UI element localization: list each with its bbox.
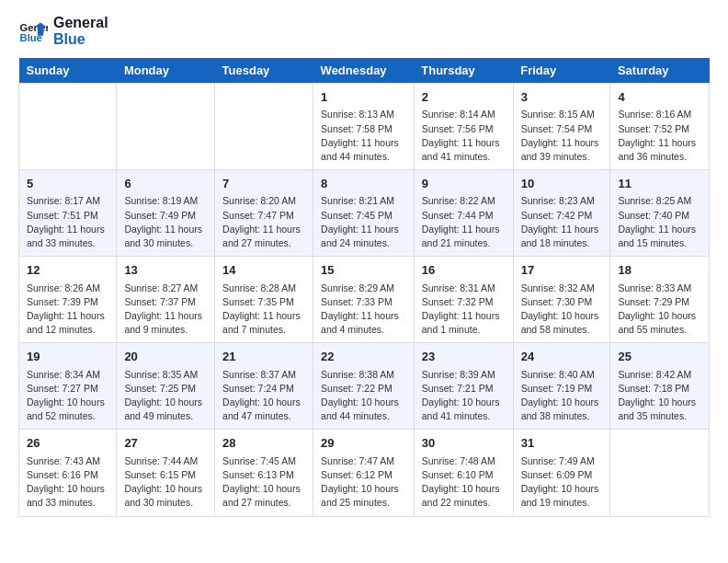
day-number: 23 xyxy=(422,349,506,365)
day-number: 17 xyxy=(521,262,603,279)
day-number: 27 xyxy=(124,435,207,452)
day-number: 26 xyxy=(27,435,108,452)
week-row-4: 26Sunrise: 7:43 AM Sunset: 6:16 PM Dayli… xyxy=(19,430,710,516)
logo-blue: Blue xyxy=(53,31,108,48)
calendar-cell: 6Sunrise: 8:19 AM Sunset: 7:49 PM Daylig… xyxy=(117,170,215,257)
calendar-cell: 24Sunrise: 8:40 AM Sunset: 7:19 PM Dayli… xyxy=(513,343,610,430)
day-info: Sunrise: 8:22 AM Sunset: 7:44 PM Dayligh… xyxy=(422,194,506,250)
day-info: Sunrise: 8:19 AM Sunset: 7:49 PM Dayligh… xyxy=(124,194,207,250)
day-number: 12 xyxy=(27,262,108,279)
calendar-cell: 26Sunrise: 7:43 AM Sunset: 6:16 PM Dayli… xyxy=(19,430,117,516)
calendar-cell: 31Sunrise: 7:49 AM Sunset: 6:09 PM Dayli… xyxy=(513,430,610,516)
calendar-cell: 11Sunrise: 8:25 AM Sunset: 7:40 PM Dayli… xyxy=(610,170,710,257)
day-info: Sunrise: 8:17 AM Sunset: 7:51 PM Dayligh… xyxy=(27,194,108,250)
calendar-cell: 1Sunrise: 8:13 AM Sunset: 7:58 PM Daylig… xyxy=(313,84,415,170)
day-number: 29 xyxy=(321,435,406,452)
calendar-cell: 22Sunrise: 8:38 AM Sunset: 7:22 PM Dayli… xyxy=(313,343,415,430)
day-info: Sunrise: 8:13 AM Sunset: 7:58 PM Dayligh… xyxy=(321,108,406,164)
calendar-cell: 3Sunrise: 8:15 AM Sunset: 7:54 PM Daylig… xyxy=(513,84,610,170)
day-number: 7 xyxy=(222,176,305,192)
day-info: Sunrise: 7:44 AM Sunset: 6:15 PM Dayligh… xyxy=(124,454,207,511)
calendar-cell: 23Sunrise: 8:39 AM Sunset: 7:21 PM Dayli… xyxy=(414,343,513,430)
day-number: 31 xyxy=(521,435,603,452)
col-header-saturday: Saturday xyxy=(610,58,710,84)
day-info: Sunrise: 8:15 AM Sunset: 7:54 PM Dayligh… xyxy=(521,108,603,164)
day-number: 8 xyxy=(321,176,406,192)
day-number: 11 xyxy=(618,176,701,192)
col-header-tuesday: Tuesday xyxy=(215,58,313,84)
day-info: Sunrise: 8:27 AM Sunset: 7:37 PM Dayligh… xyxy=(124,282,207,338)
day-info: Sunrise: 8:25 AM Sunset: 7:40 PM Dayligh… xyxy=(618,194,701,250)
day-number: 20 xyxy=(124,349,207,365)
col-header-monday: Monday xyxy=(117,58,215,84)
day-info: Sunrise: 7:47 AM Sunset: 6:12 PM Dayligh… xyxy=(321,454,406,511)
day-info: Sunrise: 8:37 AM Sunset: 7:24 PM Dayligh… xyxy=(222,368,305,424)
day-number: 15 xyxy=(321,262,406,279)
calendar-cell: 21Sunrise: 8:37 AM Sunset: 7:24 PM Dayli… xyxy=(215,343,313,430)
day-info: Sunrise: 8:42 AM Sunset: 7:18 PM Dayligh… xyxy=(618,368,701,424)
week-row-1: 5Sunrise: 8:17 AM Sunset: 7:51 PM Daylig… xyxy=(19,170,710,257)
day-info: Sunrise: 8:35 AM Sunset: 7:25 PM Dayligh… xyxy=(124,368,207,424)
day-info: Sunrise: 8:16 AM Sunset: 7:52 PM Dayligh… xyxy=(618,108,701,164)
calendar-cell: 7Sunrise: 8:20 AM Sunset: 7:47 PM Daylig… xyxy=(215,170,313,257)
day-number: 1 xyxy=(321,89,406,106)
calendar-cell: 25Sunrise: 8:42 AM Sunset: 7:18 PM Dayli… xyxy=(610,343,710,430)
day-info: Sunrise: 8:32 AM Sunset: 7:30 PM Dayligh… xyxy=(521,282,603,338)
calendar-cell: 8Sunrise: 8:21 AM Sunset: 7:45 PM Daylig… xyxy=(313,170,415,257)
day-info: Sunrise: 7:45 AM Sunset: 6:13 PM Dayligh… xyxy=(222,454,305,511)
calendar-cell: 18Sunrise: 8:33 AM Sunset: 7:29 PM Dayli… xyxy=(610,257,710,343)
day-number: 19 xyxy=(27,349,108,365)
day-info: Sunrise: 8:28 AM Sunset: 7:35 PM Dayligh… xyxy=(222,282,305,338)
day-number: 5 xyxy=(27,176,108,192)
week-row-2: 12Sunrise: 8:26 AM Sunset: 7:39 PM Dayli… xyxy=(19,257,710,343)
calendar-header-row: SundayMondayTuesdayWednesdayThursdayFrid… xyxy=(19,58,710,84)
col-header-sunday: Sunday xyxy=(19,58,117,84)
day-number: 28 xyxy=(222,435,305,452)
day-number: 22 xyxy=(321,349,406,365)
day-info: Sunrise: 8:40 AM Sunset: 7:19 PM Dayligh… xyxy=(521,368,603,424)
calendar-cell: 30Sunrise: 7:48 AM Sunset: 6:10 PM Dayli… xyxy=(414,430,513,516)
calendar-cell: 28Sunrise: 7:45 AM Sunset: 6:13 PM Dayli… xyxy=(215,430,313,516)
logo-general: General xyxy=(53,15,108,31)
day-info: Sunrise: 8:21 AM Sunset: 7:45 PM Dayligh… xyxy=(321,194,406,250)
day-number: 30 xyxy=(422,435,506,452)
col-header-friday: Friday xyxy=(513,58,610,84)
calendar-cell xyxy=(610,430,710,516)
calendar-cell: 20Sunrise: 8:35 AM Sunset: 7:25 PM Dayli… xyxy=(117,343,215,430)
day-number: 25 xyxy=(618,349,701,365)
svg-text:General: General xyxy=(20,22,48,33)
day-info: Sunrise: 8:38 AM Sunset: 7:22 PM Dayligh… xyxy=(321,368,406,424)
calendar-cell: 5Sunrise: 8:17 AM Sunset: 7:51 PM Daylig… xyxy=(19,170,117,257)
calendar-cell: 9Sunrise: 8:22 AM Sunset: 7:44 PM Daylig… xyxy=(414,170,513,257)
calendar-cell: 2Sunrise: 8:14 AM Sunset: 7:56 PM Daylig… xyxy=(414,84,513,170)
calendar-cell: 15Sunrise: 8:29 AM Sunset: 7:33 PM Dayli… xyxy=(313,257,415,343)
logo: General Blue General Blue xyxy=(18,15,108,47)
calendar-cell: 17Sunrise: 8:32 AM Sunset: 7:30 PM Dayli… xyxy=(513,257,610,343)
day-number: 14 xyxy=(222,262,305,279)
day-info: Sunrise: 8:29 AM Sunset: 7:33 PM Dayligh… xyxy=(321,282,406,338)
day-number: 2 xyxy=(422,89,506,106)
logo-icon: General Blue xyxy=(18,17,48,46)
col-header-thursday: Thursday xyxy=(414,58,513,84)
week-row-0: 1Sunrise: 8:13 AM Sunset: 7:58 PM Daylig… xyxy=(19,84,710,170)
day-number: 10 xyxy=(521,176,603,192)
week-row-3: 19Sunrise: 8:34 AM Sunset: 7:27 PM Dayli… xyxy=(19,343,710,430)
day-info: Sunrise: 8:20 AM Sunset: 7:47 PM Dayligh… xyxy=(222,194,305,250)
calendar-cell: 13Sunrise: 8:27 AM Sunset: 7:37 PM Dayli… xyxy=(117,257,215,343)
calendar-cell xyxy=(117,84,215,170)
calendar-table: SundayMondayTuesdayWednesdayThursdayFrid… xyxy=(18,58,710,516)
day-number: 6 xyxy=(124,176,207,192)
calendar-cell: 29Sunrise: 7:47 AM Sunset: 6:12 PM Dayli… xyxy=(313,430,415,516)
calendar-cell xyxy=(19,84,117,170)
day-number: 24 xyxy=(521,349,603,365)
calendar-cell: 4Sunrise: 8:16 AM Sunset: 7:52 PM Daylig… xyxy=(610,84,710,170)
day-number: 3 xyxy=(521,89,603,106)
day-info: Sunrise: 8:31 AM Sunset: 7:32 PM Dayligh… xyxy=(422,282,506,338)
day-info: Sunrise: 8:33 AM Sunset: 7:29 PM Dayligh… xyxy=(618,282,701,338)
calendar-cell: 12Sunrise: 8:26 AM Sunset: 7:39 PM Dayli… xyxy=(19,257,117,343)
day-info: Sunrise: 7:48 AM Sunset: 6:10 PM Dayligh… xyxy=(422,454,506,511)
day-info: Sunrise: 8:34 AM Sunset: 7:27 PM Dayligh… xyxy=(27,368,108,424)
day-number: 9 xyxy=(422,176,506,192)
calendar-cell: 27Sunrise: 7:44 AM Sunset: 6:15 PM Dayli… xyxy=(117,430,215,516)
day-number: 13 xyxy=(124,262,207,279)
